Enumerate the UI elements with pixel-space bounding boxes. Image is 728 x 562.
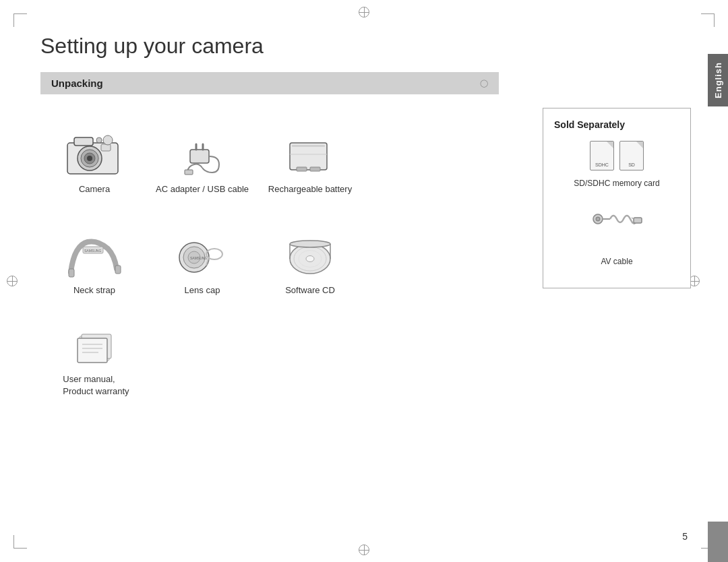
sold-separately-box: Sold Separately SDHC SD SD/SDHC memory c… — [543, 108, 691, 288]
svg-point-5 — [87, 156, 92, 161]
svg-rect-6 — [101, 144, 111, 151]
page-title: Setting up your camera — [40, 34, 688, 59]
sold-separately-title: Sold Separately — [554, 119, 679, 130]
corner-mark-tl — [13, 13, 27, 27]
svg-point-42 — [596, 217, 600, 221]
svg-text:SAMSUNG: SAMSUNG — [84, 249, 101, 253]
sdhc-card: SDHC — [590, 141, 614, 170]
sd-label: SD — [628, 162, 635, 167]
avcable-image — [590, 199, 644, 246]
usermanual-label: User manual,Product warranty — [59, 373, 129, 398]
svg-point-7 — [103, 135, 113, 145]
svg-rect-37 — [78, 338, 107, 363]
item-lenscap: SAMSUNG Lens cap — [148, 216, 256, 296]
svg-rect-44 — [634, 218, 642, 223]
camera-image — [64, 131, 125, 178]
english-label: English — [713, 62, 723, 98]
sd-card: SD — [619, 141, 644, 170]
neckstrap-label: Neck strap — [73, 284, 115, 296]
svg-rect-15 — [297, 167, 307, 171]
english-bar-bottom — [708, 522, 728, 562]
page-container: Setting up your camera Unpacking ◯ — [0, 0, 728, 562]
item-neckstrap: SAMSUNG Neck strap — [40, 216, 148, 296]
battery-image — [286, 137, 334, 178]
item-adapter: AC adapter / USB cable — [148, 115, 256, 195]
item-camera: Camera — [40, 115, 148, 195]
svg-rect-16 — [310, 167, 320, 171]
page-number: 5 — [682, 531, 688, 542]
sdhc-label: SDHC — [595, 162, 609, 167]
svg-rect-1 — [74, 137, 93, 146]
camera-label: Camera — [79, 183, 110, 195]
sd-card-label: SD/SDHC memory card — [574, 179, 659, 188]
item-usermanual: User manual,Product warranty — [40, 317, 148, 398]
svg-point-8 — [96, 137, 102, 143]
adapter-image — [175, 131, 229, 178]
softwarecd-image — [285, 232, 336, 279]
items-row-3: User manual,Product warranty — [40, 317, 688, 398]
svg-rect-21 — [115, 266, 121, 274]
adapter-label: AC adapter / USB cable — [156, 183, 249, 195]
corner-mark-bl — [13, 535, 27, 549]
lenscap-label: Lens cap — [185, 284, 220, 296]
svg-point-29 — [306, 255, 314, 261]
battery-label: Rechargeable battery — [268, 183, 352, 195]
section-header: Unpacking ◯ — [40, 72, 499, 94]
svg-line-45 — [632, 218, 634, 219]
section-header-decoration: ◯ — [480, 79, 488, 88]
svg-text:SAMSUNG: SAMSUNG — [190, 256, 207, 260]
sold-sep-av-cable: AV cable — [554, 199, 679, 266]
svg-point-32 — [290, 241, 330, 247]
softwarecd-label: Software CD — [285, 284, 335, 296]
lenscap-image: SAMSUNG — [175, 232, 229, 279]
sold-sep-sd-card: SDHC SD SD/SDHC memory card — [554, 141, 679, 188]
sd-cards-image: SDHC SD — [590, 141, 644, 170]
neckstrap-image: SAMSUNG — [64, 232, 125, 279]
usermanual-image — [73, 331, 117, 368]
item-battery: Rechargeable battery — [256, 115, 364, 195]
item-softwarecd: Software CD — [256, 216, 364, 296]
section-header-title: Unpacking — [51, 77, 103, 89]
svg-rect-14 — [292, 145, 325, 147]
english-sidebar: English — [708, 0, 728, 562]
svg-rect-9 — [190, 150, 209, 163]
avcable-label: AV cable — [601, 257, 632, 266]
svg-rect-20 — [69, 269, 74, 277]
svg-rect-12 — [185, 170, 193, 175]
